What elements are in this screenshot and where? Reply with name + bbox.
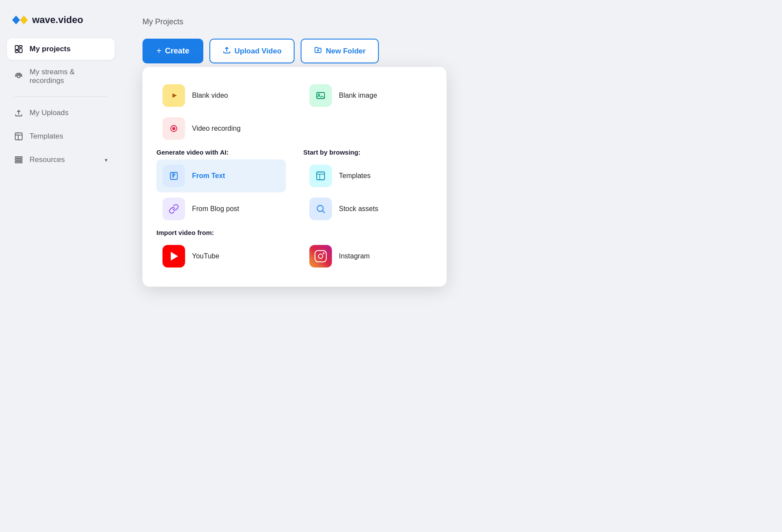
sidebar-item-label-my-streams: My streams & recordings: [30, 68, 108, 85]
svg-marker-6: [17, 134, 18, 135]
my-uploads-icon: [14, 108, 23, 118]
blank-image-icon: [309, 84, 332, 107]
create-dropdown: Blank video Blank image: [142, 67, 447, 287]
dropdown-instagram[interactable]: Instagram: [303, 240, 433, 273]
resources-icon: [14, 155, 23, 165]
new-folder-button[interactable]: New Folder: [301, 39, 379, 63]
dropdown-stock-assets[interactable]: Stock assets: [303, 192, 433, 225]
upload-video-label: Upload Video: [235, 47, 282, 56]
svg-rect-3: [15, 50, 18, 53]
create-button[interactable]: + Create: [142, 39, 203, 63]
dropdown-blank-video[interactable]: Blank video: [156, 79, 286, 112]
sidebar-item-label-resources: Resources: [30, 155, 65, 164]
upload-icon: [222, 46, 231, 56]
upload-video-button[interactable]: Upload Video: [209, 39, 295, 63]
browse-section-label: Start by browsing:: [303, 149, 433, 156]
import-section-label: Import video from:: [156, 229, 433, 236]
wave-video-logo-icon: [12, 14, 28, 26]
from-text-label: From Text: [192, 172, 225, 180]
templates-icon: [14, 132, 23, 141]
resources-chevron-icon: ▾: [105, 157, 108, 163]
nav-divider: [14, 96, 108, 97]
sidebar-item-templates[interactable]: Templates: [7, 126, 115, 147]
from-text-icon: T: [162, 165, 185, 187]
sidebar-item-resources[interactable]: Resources ▾: [7, 149, 115, 171]
dropdown-from-blog[interactable]: From Blog post: [156, 192, 286, 225]
instagram-label: Instagram: [339, 252, 370, 260]
svg-point-14: [172, 127, 176, 130]
logo: wave.video: [7, 10, 115, 38]
sidebar-item-my-projects[interactable]: My projects: [7, 38, 115, 60]
ai-section-label: Generate video with AI:: [156, 149, 286, 156]
new-folder-label: New Folder: [326, 47, 366, 56]
svg-marker-10: [172, 93, 177, 98]
sidebar-item-label-my-projects: My projects: [30, 45, 70, 53]
instagram-icon: [309, 245, 332, 268]
dropdown-templates[interactable]: Templates: [303, 159, 433, 192]
stock-assets-icon: [309, 198, 332, 220]
sidebar-item-label-my-uploads: My Uploads: [30, 109, 69, 117]
dropdown-blank-image[interactable]: Blank image: [303, 79, 433, 112]
svg-rect-11: [317, 93, 325, 99]
svg-rect-7: [15, 157, 22, 158]
video-recording-label: Video recording: [192, 125, 241, 132]
svg-rect-1: [19, 46, 22, 47]
svg-rect-0: [15, 46, 18, 50]
svg-point-18: [317, 205, 323, 211]
dropdown-youtube[interactable]: YouTube: [156, 240, 286, 273]
svg-rect-2: [19, 49, 22, 53]
blank-video-label: Blank video: [192, 92, 228, 99]
stock-assets-label: Stock assets: [339, 205, 378, 213]
from-blog-label: From Blog post: [192, 205, 239, 213]
svg-rect-5: [15, 133, 22, 140]
templates-dropdown-label: Templates: [339, 172, 371, 180]
svg-rect-9: [15, 162, 22, 163]
create-button-label: Create: [165, 46, 189, 56]
svg-rect-17: [317, 172, 325, 180]
video-recording-icon: [162, 117, 185, 140]
blank-image-label: Blank image: [339, 92, 377, 99]
sidebar-item-my-uploads[interactable]: My Uploads: [7, 102, 115, 124]
toolbar: + Create Upload Video New Folder: [142, 39, 761, 63]
blank-video-icon: [162, 84, 185, 107]
dropdown-video-recording[interactable]: Video recording: [156, 112, 286, 145]
dropdown-from-text[interactable]: T From Text: [156, 159, 286, 192]
youtube-icon: [162, 245, 185, 268]
create-plus-icon: +: [156, 46, 162, 56]
youtube-label: YouTube: [192, 252, 219, 260]
svg-rect-8: [15, 159, 22, 161]
svg-point-4: [17, 75, 20, 78]
my-projects-icon: [14, 44, 23, 54]
sidebar-item-label-templates: Templates: [30, 132, 63, 141]
from-blog-icon: [162, 198, 185, 220]
page-title: My Projects: [142, 17, 761, 26]
svg-text:T: T: [172, 173, 175, 178]
sidebar-item-my-streams[interactable]: My streams & recordings: [7, 62, 115, 91]
my-streams-icon: [14, 72, 23, 81]
new-folder-icon: [314, 46, 322, 56]
main-content: My Projects + Create Upload Video Ne: [122, 0, 782, 532]
logo-text: wave.video: [32, 14, 83, 26]
sidebar: wave.video My projects My streams & reco…: [0, 0, 122, 532]
templates-dropdown-icon: [309, 165, 332, 187]
